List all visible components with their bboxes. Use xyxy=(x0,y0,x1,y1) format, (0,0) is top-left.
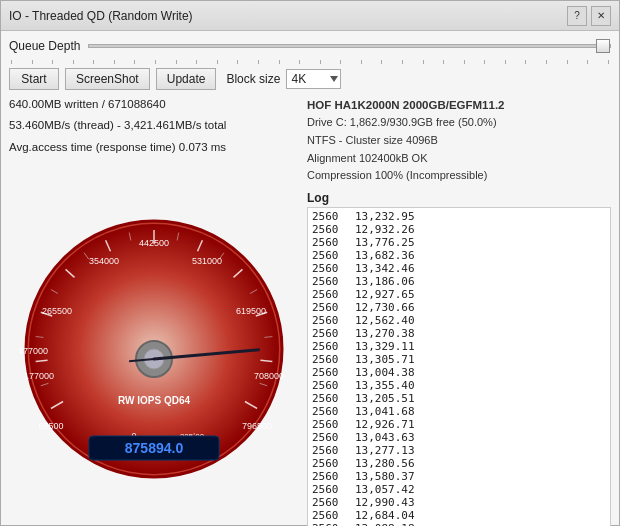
log-row: 256013,776.25 xyxy=(312,236,606,249)
log-label: Log xyxy=(307,191,611,205)
log-col-iops: 2560 xyxy=(312,483,347,496)
close-button[interactable]: ✕ xyxy=(591,6,611,26)
log-col-iops: 2560 xyxy=(312,314,347,327)
log-row: 256013,232.95 xyxy=(312,210,606,223)
log-col-value: 13,043.63 xyxy=(355,431,420,444)
log-col-iops: 2560 xyxy=(312,522,347,526)
svg-text:265500: 265500 xyxy=(42,306,72,316)
log-col-value: 13,580.37 xyxy=(355,470,420,483)
svg-text:177000: 177000 xyxy=(24,371,54,381)
gauge-container: 88500 177000 265500 354000 442500 531000… xyxy=(9,160,299,526)
tick xyxy=(52,60,53,64)
log-col-value: 12,927.65 xyxy=(355,288,420,301)
log-col-iops: 2560 xyxy=(312,249,347,262)
tick xyxy=(546,60,547,64)
log-area[interactable]: 256013,232.95256012,932.26256013,776.252… xyxy=(307,207,611,526)
log-col-value: 13,205.51 xyxy=(355,392,420,405)
tick xyxy=(258,60,259,64)
log-row: 256013,580.37 xyxy=(312,470,606,483)
update-button[interactable]: Update xyxy=(156,68,217,90)
log-col-value: 13,682.36 xyxy=(355,249,420,262)
tick xyxy=(567,60,568,64)
start-button[interactable]: Start xyxy=(9,68,59,90)
tick xyxy=(361,60,362,64)
slider-ticks xyxy=(9,60,611,64)
log-col-value: 13,232.95 xyxy=(355,210,420,223)
log-row: 256013,088.18 xyxy=(312,522,606,526)
log-col-value: 12,730.66 xyxy=(355,301,420,314)
title-bar-controls: ? ✕ xyxy=(567,6,611,26)
tick xyxy=(525,60,526,64)
log-row: 256013,342.46 xyxy=(312,262,606,275)
log-row: 256013,270.38 xyxy=(312,327,606,340)
tick xyxy=(299,60,300,64)
log-col-iops: 2560 xyxy=(312,457,347,470)
log-row: 256012,932.26 xyxy=(312,223,606,236)
log-row: 256012,990.43 xyxy=(312,496,606,509)
log-col-iops: 2560 xyxy=(312,496,347,509)
log-col-iops: 2560 xyxy=(312,288,347,301)
tick xyxy=(32,60,33,64)
title-bar: IO - Threaded QD (Random Write) ? ✕ xyxy=(1,1,619,31)
queue-slider-thumb[interactable] xyxy=(596,39,610,53)
tick xyxy=(93,60,94,64)
log-row: 256013,186.06 xyxy=(312,275,606,288)
tick xyxy=(402,60,403,64)
tick xyxy=(608,60,609,64)
log-col-value: 12,932.26 xyxy=(355,223,420,236)
device-name: HOF HA1K2000N 2000GB/EGFM11.2 xyxy=(307,96,611,114)
help-button[interactable]: ? xyxy=(567,6,587,26)
log-col-iops: 2560 xyxy=(312,210,347,223)
tick xyxy=(155,60,156,64)
tick xyxy=(73,60,74,64)
svg-text:354000: 354000 xyxy=(89,256,119,266)
log-col-iops: 2560 xyxy=(312,301,347,314)
tick xyxy=(320,60,321,64)
log-col-value: 13,186.06 xyxy=(355,275,420,288)
log-row: 256013,041.68 xyxy=(312,405,606,418)
log-row: 256013,057.42 xyxy=(312,483,606,496)
block-size-label: Block size xyxy=(226,72,280,86)
svg-text:796500: 796500 xyxy=(242,421,272,431)
main-body: 640.00MB written / 671088640 53.460MB/s … xyxy=(9,96,611,526)
block-size-select-wrapper[interactable]: 512B 1K 2K 4K 8K 16K 32K 64K 128K 256K 5… xyxy=(286,69,341,89)
right-panel: HOF HA1K2000N 2000GB/EGFM11.2 Drive C: 1… xyxy=(307,96,611,526)
log-col-value: 13,329.11 xyxy=(355,340,420,353)
log-col-iops: 2560 xyxy=(312,431,347,444)
log-col-iops: 2560 xyxy=(312,327,347,340)
tick xyxy=(237,60,238,64)
tick xyxy=(423,60,424,64)
log-col-value: 12,926.71 xyxy=(355,418,420,431)
svg-text:477000: 477000 xyxy=(19,346,48,356)
log-row: 256013,280.56 xyxy=(312,457,606,470)
tick xyxy=(134,60,135,64)
stats-avg-access: Avg.access time (response time) 0.073 ms xyxy=(9,139,299,156)
log-col-iops: 2560 xyxy=(312,509,347,522)
log-row: 256013,277.13 xyxy=(312,444,606,457)
log-col-value: 13,057.42 xyxy=(355,483,420,496)
tick xyxy=(381,60,382,64)
log-col-iops: 2560 xyxy=(312,353,347,366)
svg-text:531000: 531000 xyxy=(192,256,222,266)
queue-depth-row: Queue Depth xyxy=(9,37,611,55)
log-col-value: 13,355.40 xyxy=(355,379,420,392)
log-row: 256013,043.63 xyxy=(312,431,606,444)
log-col-value: 13,342.46 xyxy=(355,262,420,275)
log-col-value: 12,562.40 xyxy=(355,314,420,327)
log-row: 256013,329.11 xyxy=(312,340,606,353)
queue-depth-slider-container[interactable] xyxy=(88,37,611,55)
window-title: IO - Threaded QD (Random Write) xyxy=(9,9,193,23)
block-size-select[interactable]: 512B 1K 2K 4K 8K 16K 32K 64K 128K 256K 5… xyxy=(286,69,341,89)
tick xyxy=(587,60,588,64)
log-row: 256012,927.65 xyxy=(312,288,606,301)
log-col-iops: 2560 xyxy=(312,470,347,483)
tick xyxy=(443,60,444,64)
log-col-iops: 2560 xyxy=(312,366,347,379)
screenshot-button[interactable]: ScreenShot xyxy=(65,68,150,90)
content-area: Queue Depth xyxy=(1,31,619,526)
log-col-value: 13,776.25 xyxy=(355,236,420,249)
log-col-value: 13,305.71 xyxy=(355,353,420,366)
log-row: 256013,355.40 xyxy=(312,379,606,392)
tick xyxy=(196,60,197,64)
log-col-iops: 2560 xyxy=(312,405,347,418)
